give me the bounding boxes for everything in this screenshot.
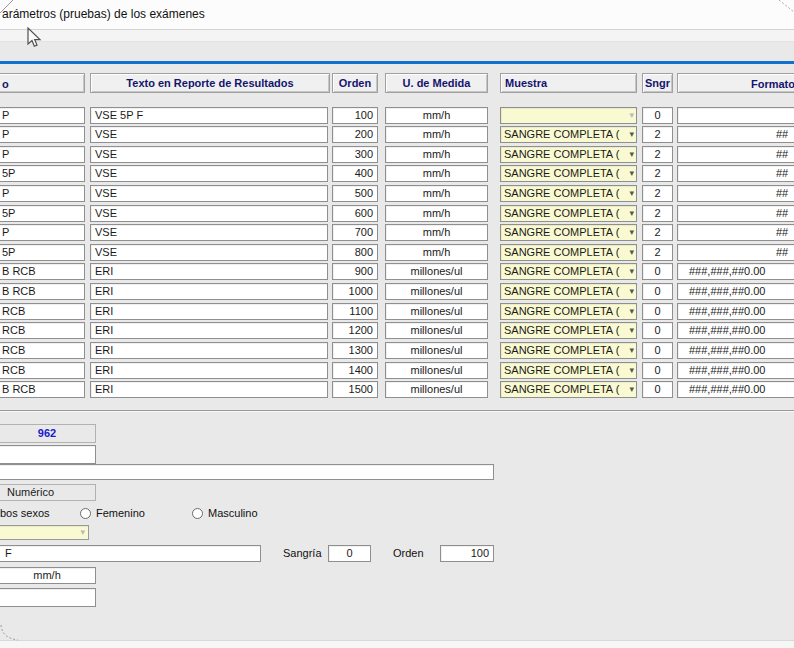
orden-cell[interactable]: 1200: [332, 322, 378, 339]
dropdown-arrow-icon[interactable]: ▾: [629, 148, 634, 161]
dropdown-arrow-icon[interactable]: ▾: [629, 305, 634, 318]
muestra-dropdown[interactable]: SANGRE COMPLETA (▾: [500, 185, 637, 202]
texto-cell[interactable]: ERI: [90, 381, 328, 398]
sngr-cell[interactable]: 2: [642, 205, 673, 222]
texto-cell[interactable]: VSE 5P F: [90, 107, 328, 124]
dropdown-arrow-icon[interactable]: ▾: [629, 364, 634, 377]
formato-cell[interactable]: ###,###,##0.00: [677, 362, 794, 379]
unidad-cell[interactable]: mm/h: [385, 205, 488, 222]
unidad-cell[interactable]: mm/h: [385, 146, 488, 163]
codigo-cell[interactable]: RCB: [0, 322, 85, 339]
texto-cell[interactable]: ERI: [90, 303, 328, 320]
orden-cell[interactable]: 1100: [332, 303, 378, 320]
formato-cell[interactable]: [677, 107, 794, 124]
formato-cell[interactable]: ##: [677, 244, 794, 261]
code-input[interactable]: [0, 445, 96, 464]
orden-cell[interactable]: 500: [332, 185, 378, 202]
column-header-orden[interactable]: Orden: [332, 73, 378, 93]
codigo-cell[interactable]: P: [0, 126, 85, 143]
orden-cell[interactable]: 200: [332, 126, 378, 143]
texto-cell[interactable]: ERI: [90, 263, 328, 280]
extra-input[interactable]: [0, 588, 96, 607]
texto-cell[interactable]: ERI: [90, 322, 328, 339]
sngr-cell[interactable]: 0: [642, 107, 673, 124]
texto-cell[interactable]: VSE: [90, 224, 328, 241]
sngr-cell[interactable]: 2: [642, 185, 673, 202]
column-header-codigo[interactable]: o: [0, 73, 85, 93]
dropdown-arrow-icon[interactable]: ▾: [629, 187, 634, 200]
dropdown-arrow-icon[interactable]: ▾: [629, 265, 634, 278]
formato-cell[interactable]: ##: [677, 126, 794, 143]
sngr-cell[interactable]: 2: [642, 165, 673, 182]
muestra-dropdown[interactable]: SANGRE COMPLETA (▾: [500, 303, 637, 320]
muestra-dropdown[interactable]: SANGRE COMPLETA (▾: [500, 322, 637, 339]
muestra-dropdown[interactable]: SANGRE COMPLETA (▾: [500, 263, 637, 280]
codigo-cell[interactable]: B RCB: [0, 283, 85, 300]
muestra-dropdown[interactable]: SANGRE COMPLETA (▾: [500, 224, 637, 241]
muestra-dropdown[interactable]: SANGRE COMPLETA (▾: [500, 342, 637, 359]
sngr-cell[interactable]: 0: [642, 303, 673, 320]
unidad-cell[interactable]: mm/h: [385, 244, 488, 261]
codigo-cell[interactable]: RCB: [0, 342, 85, 359]
unidad-cell[interactable]: mm/h: [385, 126, 488, 143]
orden-cell[interactable]: 1500: [332, 381, 378, 398]
texto-cell[interactable]: VSE: [90, 146, 328, 163]
formato-cell[interactable]: ###,###,##0.00: [677, 342, 794, 359]
sngr-cell[interactable]: 0: [642, 322, 673, 339]
muestra-dropdown[interactable]: ▾: [500, 107, 637, 124]
muestra-dropdown[interactable]: SANGRE COMPLETA (▾: [500, 283, 637, 300]
unidad-cell[interactable]: millones/ul: [385, 381, 488, 398]
sngr-cell[interactable]: 0: [642, 342, 673, 359]
formato-cell[interactable]: ##: [677, 224, 794, 241]
sngr-cell[interactable]: 0: [642, 381, 673, 398]
orden-cell[interactable]: 400: [332, 165, 378, 182]
sngr-cell[interactable]: 0: [642, 362, 673, 379]
muestra-dropdown[interactable]: SANGRE COMPLETA (▾: [500, 244, 637, 261]
orden-input[interactable]: 100: [440, 545, 494, 562]
texto-cell[interactable]: VSE: [90, 165, 328, 182]
dropdown-arrow-icon[interactable]: ▾: [629, 128, 634, 141]
orden-cell[interactable]: 100: [332, 107, 378, 124]
formato-cell[interactable]: ##: [677, 146, 794, 163]
formato-cell[interactable]: ##: [677, 205, 794, 222]
codigo-cell[interactable]: P: [0, 185, 85, 202]
codigo-cell[interactable]: P: [0, 224, 85, 241]
radio-masculino[interactable]: [192, 508, 203, 519]
dropdown-arrow-icon[interactable]: ▾: [629, 226, 634, 239]
radio-femenino[interactable]: [80, 508, 91, 519]
dropdown-arrow-icon[interactable]: ▾: [629, 285, 634, 298]
radio-masculino-label[interactable]: Masculino: [208, 507, 258, 519]
texto-reporte-input[interactable]: F: [0, 545, 261, 562]
formato-cell[interactable]: ##: [677, 165, 794, 182]
codigo-cell[interactable]: B RCB: [0, 381, 85, 398]
sngr-cell[interactable]: 2: [642, 244, 673, 261]
unidad-cell[interactable]: mm/h: [385, 107, 488, 124]
unidad-cell[interactable]: mm/h: [385, 165, 488, 182]
dropdown-arrow-icon[interactable]: ▾: [629, 167, 634, 180]
orden-cell[interactable]: 900: [332, 263, 378, 280]
codigo-cell[interactable]: P: [0, 146, 85, 163]
codigo-cell[interactable]: 5P: [0, 205, 85, 222]
chevron-down-icon[interactable]: ▾: [80, 526, 85, 539]
orden-cell[interactable]: 1300: [332, 342, 378, 359]
muestra-dropdown[interactable]: SANGRE COMPLETA (▾: [500, 146, 637, 163]
orden-cell[interactable]: 700: [332, 224, 378, 241]
dropdown-arrow-icon[interactable]: ▾: [629, 207, 634, 220]
radio-ambos-sexos-label[interactable]: bos sexos: [0, 507, 50, 519]
texto-cell[interactable]: ERI: [90, 283, 328, 300]
texto-cell[interactable]: VSE: [90, 126, 328, 143]
dropdown-arrow-icon[interactable]: ▾: [629, 383, 634, 396]
sangria-input[interactable]: 0: [328, 545, 371, 562]
muestra-dropdown[interactable]: SANGRE COMPLETA (▾: [500, 362, 637, 379]
texto-cell[interactable]: VSE: [90, 205, 328, 222]
column-header-formato[interactable]: Formato: [677, 73, 794, 93]
sngr-cell[interactable]: 2: [642, 126, 673, 143]
orden-cell[interactable]: 1400: [332, 362, 378, 379]
texto-cell[interactable]: VSE: [90, 185, 328, 202]
formato-cell[interactable]: ###,###,##0.00: [677, 263, 794, 280]
codigo-cell[interactable]: 5P: [0, 165, 85, 182]
dropdown-arrow-icon[interactable]: ▾: [629, 109, 634, 122]
sngr-cell[interactable]: 2: [642, 224, 673, 241]
unidad-medida-input[interactable]: mm/h: [0, 567, 96, 584]
formato-cell[interactable]: ###,###,##0.00: [677, 283, 794, 300]
